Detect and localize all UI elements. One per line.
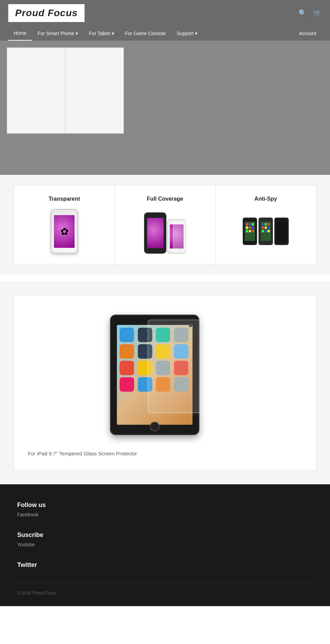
product-card-antispy[interactable]: Anti-Spy <box>216 186 316 264</box>
footer: Follow us Facebook Suscribe Youtube Twit… <box>0 484 330 606</box>
ipad-app-13 <box>120 377 134 392</box>
footer-facebook-link[interactable]: Facebook <box>17 512 38 517</box>
antispy-screen-2 <box>261 222 271 241</box>
phones-coverage <box>144 209 186 254</box>
ipad-app-1 <box>120 328 134 342</box>
header: Proud Focus 🔍 🛒 <box>0 0 330 26</box>
footer-follow-heading: Follow us <box>17 502 313 509</box>
footer-twitter-heading: Twitter <box>17 561 313 569</box>
nav-item-smartphone[interactable]: For Smart Phone ▾ <box>32 27 84 40</box>
product-title-antispy: Anti-Spy <box>222 196 309 202</box>
product-img-antispy <box>222 209 309 254</box>
ipad-wrapper <box>110 309 220 440</box>
nav-item-account[interactable]: Account <box>293 27 322 40</box>
logo[interactable]: Proud Focus <box>8 4 85 22</box>
nav-item-tablet[interactable]: For Tablet ▾ <box>84 27 120 40</box>
footer-twitter: Twitter <box>17 561 313 569</box>
phone-dark <box>144 212 166 254</box>
hero-card-2 <box>65 47 124 134</box>
cart-icon[interactable]: 🛒 <box>313 9 322 17</box>
search-icon[interactable]: 🔍 <box>298 9 307 17</box>
phone-white-wrapper <box>167 219 186 254</box>
logo-text: Proud Focus <box>15 8 78 18</box>
footer-copyright: © 2018, Proud Focus <box>17 591 56 595</box>
nav-item-gameconsole[interactable]: For Game Console <box>120 27 171 40</box>
product-title-transparent: Transparent <box>21 196 108 202</box>
flower-icon: ✿ <box>60 226 68 237</box>
nav-item-home[interactable]: Home <box>8 26 32 41</box>
footer-youtube-link[interactable]: Youtube <box>17 542 35 547</box>
phones-antispy <box>243 209 289 254</box>
phone-dark-screen <box>147 218 164 248</box>
phone-transparent-img: ✿ <box>51 209 78 254</box>
ipad-home-button <box>150 422 160 431</box>
glass-protector <box>148 320 217 413</box>
product-img-fullcoverage <box>122 209 208 254</box>
ipad-app-9 <box>120 361 134 375</box>
products-grid: Transparent ✿ Full Coverage <box>14 185 316 264</box>
antispy-phone-3 <box>274 218 289 245</box>
footer-bottom: © 2018, Proud Focus <box>17 582 313 596</box>
phone-screen: ✿ <box>54 215 75 248</box>
product-card-transparent[interactable]: Transparent ✿ <box>14 186 115 264</box>
ipad-app-5 <box>120 344 134 359</box>
hero-cards <box>7 47 124 134</box>
header-icons: 🔍 🛒 <box>298 9 322 17</box>
antispy-phone-2 <box>258 218 273 245</box>
footer-follow: Follow us Facebook <box>17 502 313 518</box>
navigation: Home For Smart Phone ▾ For Tablet ▾ For … <box>0 26 330 41</box>
product-img-transparent: ✿ <box>21 209 108 254</box>
ipad-container <box>28 309 302 440</box>
footer-subscribe: Suscribe Youtube <box>17 531 313 548</box>
footer-subscribe-heading: Suscribe <box>17 531 313 539</box>
featured-product-title[interactable]: For iPad 9.7'' Tempered Glass Screen Pro… <box>28 451 137 456</box>
product-title-fullcoverage: Full Coverage <box>122 196 208 202</box>
product-card-fullcoverage[interactable]: Full Coverage <box>115 186 216 264</box>
hero-card-1 <box>7 47 65 134</box>
featured-section: For iPad 9.7'' Tempered Glass Screen Pro… <box>0 282 330 484</box>
featured-inner: For iPad 9.7'' Tempered Glass Screen Pro… <box>14 295 316 471</box>
nav-item-support[interactable]: Support ▾ <box>171 27 203 40</box>
antispy-phone-1 <box>243 218 257 245</box>
glass-overlay <box>173 221 189 252</box>
antispy-screen-1 <box>245 222 255 241</box>
antispy-screen-3 <box>276 222 287 241</box>
hero-section <box>0 41 330 175</box>
products-section: Transparent ✿ Full Coverage <box>0 175 330 275</box>
